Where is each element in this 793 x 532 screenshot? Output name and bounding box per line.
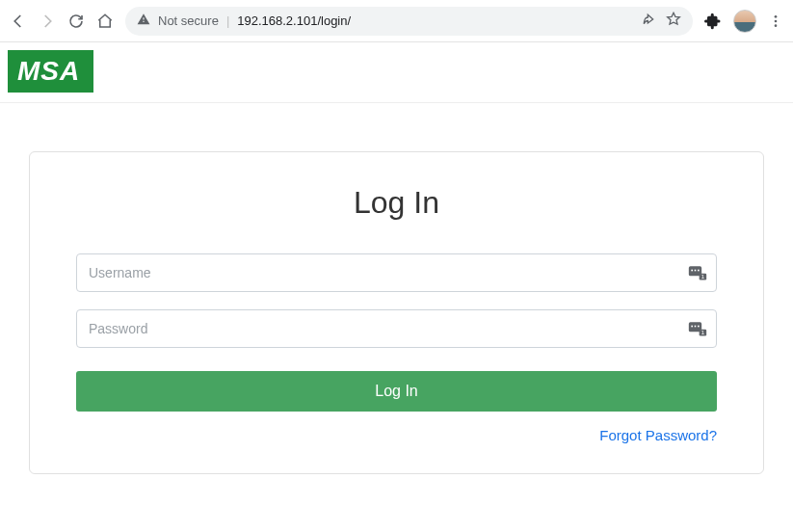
svg-rect-11 (695, 326, 697, 328)
login-title: Log In (76, 185, 717, 221)
svg-text:1: 1 (701, 330, 704, 335)
separator: | (226, 13, 229, 28)
svg-rect-6 (698, 270, 700, 272)
menu-button[interactable] (768, 13, 783, 29)
brand-logo: MSA (8, 50, 93, 93)
login-button[interactable]: Log In (76, 371, 717, 412)
not-secure-icon (137, 13, 150, 29)
main-content: Log In 1 1 Log In Forgot Password? (0, 103, 793, 474)
password-field-wrap: 1 (76, 309, 717, 348)
svg-rect-5 (695, 270, 697, 272)
svg-point-2 (775, 24, 778, 27)
bookmark-star-icon[interactable] (666, 12, 681, 30)
username-input[interactable] (76, 253, 717, 292)
svg-point-1 (775, 19, 778, 22)
forgot-password-wrap: Forgot Password? (76, 427, 717, 444)
forward-button[interactable] (39, 13, 56, 30)
address-bar[interactable]: Not secure | 192.168.2.101/login/ (125, 7, 693, 36)
browser-toolbar: Not secure | 192.168.2.101/login/ (0, 0, 793, 42)
login-card: Log In 1 1 Log In Forgot Password? (29, 151, 764, 474)
svg-rect-10 (691, 326, 693, 328)
password-manager-icon[interactable]: 1 (688, 320, 707, 337)
svg-text:1: 1 (701, 274, 704, 279)
extensions-icon[interactable] (704, 13, 722, 30)
svg-rect-12 (698, 326, 700, 328)
svg-rect-4 (691, 270, 693, 272)
password-input[interactable] (76, 309, 717, 348)
reload-button[interactable] (67, 13, 85, 30)
home-button[interactable] (96, 13, 114, 30)
back-button[interactable] (10, 13, 27, 30)
username-field-wrap: 1 (76, 253, 717, 292)
profile-avatar[interactable] (733, 10, 756, 33)
svg-point-0 (775, 15, 778, 18)
page-header: MSA (0, 42, 793, 103)
share-icon[interactable] (643, 12, 658, 30)
password-manager-icon[interactable]: 1 (688, 264, 707, 281)
url-text: 192.168.2.101/login/ (237, 13, 351, 28)
forgot-password-link[interactable]: Forgot Password? (599, 427, 717, 443)
not-secure-label: Not secure (158, 13, 219, 28)
